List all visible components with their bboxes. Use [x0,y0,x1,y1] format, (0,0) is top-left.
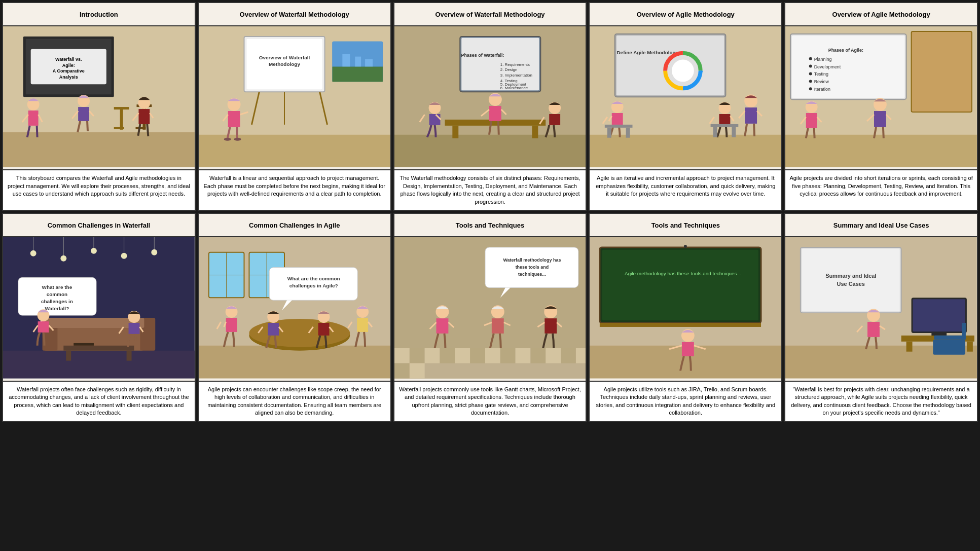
svg-rect-180 [268,323,279,336]
image-tools-waterfall: Waterfall methodology has these tools an… [394,237,586,380]
svg-rect-1 [3,132,195,168]
desc-agile-1: Agile is an iterative and incremental ap… [590,169,781,210]
svg-rect-201 [394,363,410,379]
svg-rect-241 [967,342,973,352]
svg-text:Use Cases: Use Cases [837,281,865,287]
svg-rect-93 [626,128,630,138]
svg-rect-23 [78,107,89,121]
svg-rect-192 [455,348,470,363]
svg-text:Development: Development [814,64,841,69]
svg-text:Phases of Waterfall:: Phases of Waterfall: [461,53,504,58]
svg-text:Overview of Waterfall: Overview of Waterfall [259,55,310,60]
title-waterfall-2: Overview of Waterfall Methodology [394,3,586,26]
svg-rect-107 [912,31,972,112]
svg-point-117 [809,80,812,83]
svg-point-228 [684,245,687,248]
cell-waterfall-2: Overview of Waterfall Methodology Phases… [393,2,587,211]
svg-rect-149 [63,346,134,351]
svg-point-56 [234,138,241,141]
desc-tools-agile: Agile projects utilize tools such as JIR… [590,381,781,421]
row-1: Introduction Waterfall vs. Agile: [2,2,978,211]
cell-tools-waterfall: Tools and Techniques [393,213,587,422]
svg-rect-150 [66,351,71,361]
svg-rect-243 [962,323,966,340]
svg-rect-84 [616,35,724,95]
image-tools-agile: Agile methodology has these tools and te… [590,237,781,380]
svg-rect-200 [576,348,586,363]
svg-rect-61 [532,126,538,138]
storyboard: Introduction Waterfall vs. Agile: [0,0,980,424]
svg-point-55 [224,138,231,141]
svg-point-136 [30,250,37,256]
svg-text:Methodology: Methodology [269,61,300,67]
svg-text:Agile:: Agile: [62,63,75,68]
desc-tools-waterfall: Waterfall projects commonly use tools li… [394,381,586,421]
svg-rect-151 [127,351,132,361]
svg-rect-193 [470,348,485,363]
svg-line-132 [883,127,884,138]
title-agile-2: Overview of Agile Methodology [785,3,977,26]
svg-rect-17 [28,111,39,126]
svg-rect-29 [138,109,150,124]
svg-rect-128 [874,111,886,127]
svg-point-176 [249,319,350,347]
title-intro: Introduction [3,3,195,26]
svg-text:Summary and Ideal: Summary and Ideal [825,273,876,279]
svg-rect-60 [452,126,458,138]
svg-text:Waterfall?: Waterfall? [45,306,69,312]
title-challenges-waterfall: Common Challenges in Waterfall [3,214,195,237]
desc-waterfall-1: Waterfall is a linear and sequential app… [199,169,390,210]
svg-line-33 [147,124,148,136]
svg-rect-82 [590,135,781,168]
svg-rect-215 [545,318,557,334]
svg-rect-242 [934,336,964,340]
svg-point-111 [809,57,812,60]
svg-text:common: common [47,292,67,298]
svg-rect-95 [745,107,757,124]
svg-line-99 [754,124,754,136]
svg-point-119 [809,87,812,90]
svg-rect-58 [394,135,586,168]
svg-point-88 [672,60,694,82]
svg-rect-152 [74,343,94,346]
svg-rect-182 [318,323,329,336]
svg-point-142 [121,253,127,259]
svg-rect-223 [600,323,761,327]
svg-rect-191 [440,348,455,363]
svg-rect-12 [114,127,124,129]
cell-agile-2: Overview of Agile Methodology Phases of … [784,2,978,211]
svg-text:6. Maintenance: 6. Maintenance [500,86,528,90]
svg-text:Phases of Agile:: Phases of Agile: [828,48,863,53]
svg-point-138 [60,255,66,262]
svg-line-78 [498,121,498,135]
svg-rect-240 [906,342,913,352]
title-tools-agile: Tools and Techniques [590,214,781,237]
image-agile-2: Phases of Agile: Planning Development Te… [785,26,977,169]
svg-point-113 [809,65,812,68]
svg-text:Waterfall methodology has: Waterfall methodology has [503,258,561,263]
desc-waterfall-2: The Waterfall methodology consists of si… [394,169,586,210]
svg-text:techniques...: techniques... [518,272,546,277]
svg-rect-103 [713,127,717,137]
cell-challenges-agile: Common Challenges in Agile What are the … [198,213,391,422]
image-waterfall-1: Overview of Waterfall Methodology [199,26,390,169]
cell-waterfall-1: Overview of Waterfall Methodology Overvi… [198,2,391,211]
svg-rect-189 [409,348,424,363]
title-waterfall-1: Overview of Waterfall Methodology [199,3,390,26]
svg-text:Analysis: Analysis [59,75,78,80]
svg-text:Iteration: Iteration [814,87,830,92]
desc-intro: This storyboard compares the Waterfall a… [3,169,195,210]
svg-rect-134 [3,351,195,379]
svg-text:What are the: What are the [42,285,72,290]
svg-rect-10 [114,107,129,109]
svg-rect-15 [135,127,146,129]
title-tools-waterfall: Tools and Techniques [394,214,586,237]
desc-challenges-waterfall: Waterfall projects often face challenges… [3,381,195,421]
svg-rect-199 [561,348,576,363]
svg-rect-106 [785,135,977,168]
svg-text:Testing: Testing [814,71,828,77]
desc-summary: "Waterfall is best for projects with cle… [785,381,977,421]
image-agile-1: Define Agile Methodology [590,26,781,169]
svg-rect-92 [607,128,611,138]
svg-text:1. Requirements: 1. Requirements [500,62,529,67]
